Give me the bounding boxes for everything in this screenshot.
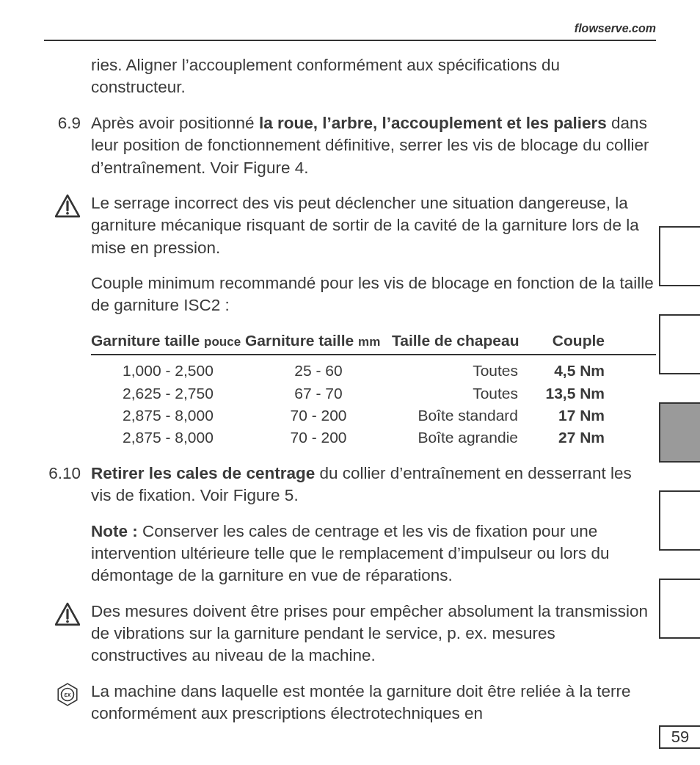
th2b: mm <box>358 335 380 349</box>
warning-1-text: Le serrage incorrect des vis peut déclen… <box>91 192 656 259</box>
sec69-lead: Après avoir positionné <box>91 114 259 132</box>
cell: 13,5 Nm <box>531 382 605 405</box>
table-header-row: Garniture taille pouce Garniture taille … <box>91 330 656 355</box>
page-number: 59 <box>659 725 700 749</box>
cell: Boîte standard <box>392 405 531 427</box>
section-number-6-10: 6.10 <box>44 463 91 507</box>
torque-table: Garniture taille pouce Garniture taille … <box>91 330 656 449</box>
side-tab-3-active[interactable] <box>659 402 700 463</box>
paragraph-continuation: ries. Aligner l’accouplement conformémen… <box>91 54 656 99</box>
sec610-bold: Retirer les cales de centrage <box>91 464 315 482</box>
th1b: pouce <box>204 335 241 349</box>
cell: 2,875 - 8,000 <box>91 427 245 449</box>
table-row: 1,000 - 2,500 25 - 60 Toutes 4,5 Nm <box>91 360 656 382</box>
side-tab-2[interactable] <box>659 314 700 374</box>
note-text: Note : Conserver les cales de centrage e… <box>91 521 656 587</box>
cell: 4,5 Nm <box>531 360 605 382</box>
svg-text:εx: εx <box>65 691 71 698</box>
cell: Toutes <box>392 360 531 382</box>
side-tabs <box>659 226 700 639</box>
cell: 70 - 200 <box>245 405 392 427</box>
cell: 70 - 200 <box>245 427 392 449</box>
side-tab-1[interactable] <box>659 226 700 286</box>
section-6-9-text: Après avoir positionné la roue, l’arbre,… <box>91 112 656 179</box>
side-tab-4[interactable] <box>659 490 700 551</box>
cell: Boîte agrandie <box>392 427 531 449</box>
warning-2-text: Des mesures doivent être prises pour emp… <box>91 601 656 667</box>
cell: 2,625 - 2,750 <box>91 382 245 405</box>
th1a: Garniture taille <box>91 332 204 349</box>
header-url: flowserve.com <box>44 22 656 41</box>
sec69-bold: la roue, l’arbre, l’accouplement et les … <box>259 114 607 132</box>
ex-atex-icon: εx <box>44 681 91 725</box>
cell: 25 - 60 <box>245 360 392 382</box>
table-row: 2,875 - 8,000 70 - 200 Boîte standard 17… <box>91 405 656 427</box>
note-label: Note : <box>91 522 138 540</box>
cell: 67 - 70 <box>245 382 392 405</box>
warning-icon <box>44 601 91 667</box>
th2a: Garniture taille <box>245 332 358 349</box>
cell: Toutes <box>392 382 531 405</box>
warning-icon <box>44 192 91 259</box>
th4: Couple <box>531 330 605 351</box>
svg-point-5 <box>66 620 69 623</box>
table-row: 2,875 - 8,000 70 - 200 Boîte agrandie 27… <box>91 427 656 449</box>
side-tab-5[interactable] <box>659 579 700 639</box>
cell: 27 Nm <box>531 427 605 449</box>
cell: 1,000 - 2,500 <box>91 360 245 382</box>
section-6-10-text: Retirer les cales de centrage du collier… <box>91 463 656 507</box>
section-number-6-9: 6.9 <box>44 112 91 179</box>
th3: Taille de chapeau <box>392 330 531 351</box>
couple-intro: Couple minimum recommandé pour les vis d… <box>91 272 656 317</box>
cell: 2,875 - 8,000 <box>91 405 245 427</box>
note-body: Conserver les cales de centrage et les v… <box>91 522 610 585</box>
cell: 17 Nm <box>531 405 605 427</box>
svg-point-2 <box>66 212 69 215</box>
ex-text: La machine dans laquelle est montée la g… <box>91 681 656 725</box>
table-row: 2,625 - 2,750 67 - 70 Toutes 13,5 Nm <box>91 382 656 405</box>
